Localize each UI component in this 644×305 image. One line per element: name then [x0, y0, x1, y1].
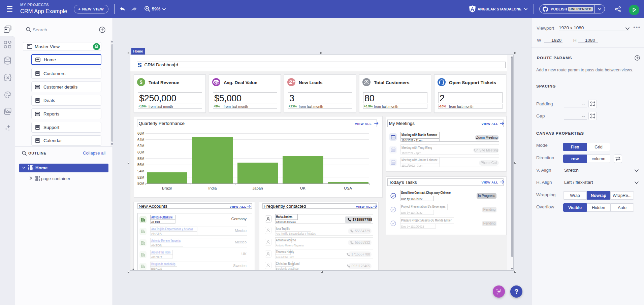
svg-text:$: $ [140, 79, 142, 85]
